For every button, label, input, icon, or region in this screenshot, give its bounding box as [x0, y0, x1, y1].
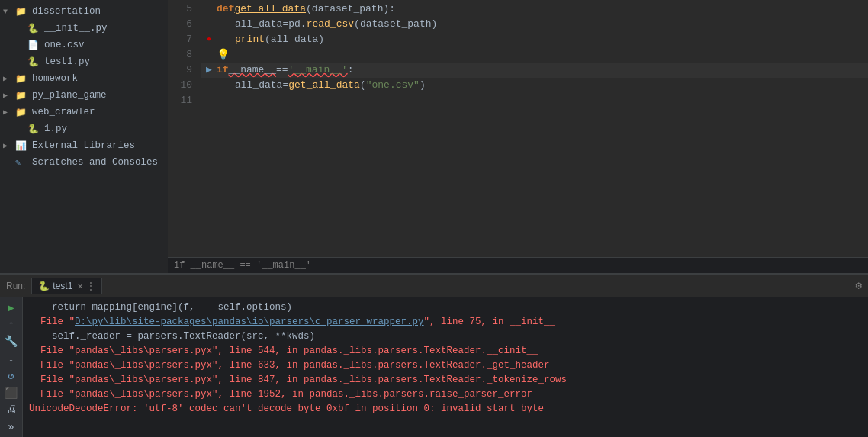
run-down-button[interactable]: ↓	[3, 352, 20, 365]
code-line-8: 💡	[201, 47, 868, 63]
sidebar-item-one-csv[interactable]: 📄 one.csv	[0, 37, 168, 53]
fn-def-name: get_all_data	[234, 2, 306, 17]
no-arrow	[3, 159, 15, 167]
expand-arrow: ▼	[3, 8, 15, 16]
folder-icon: 📁	[15, 6, 29, 18]
paren-open: (	[306, 2, 312, 17]
no-arrow	[15, 125, 27, 133]
sidebar-item-1-py[interactable]: 🐍 1.py	[0, 120, 168, 137]
code-line-5: def get_all_data(dataset_path):	[201, 2, 868, 17]
gutter-7: ●	[201, 32, 217, 47]
no-arrow	[15, 41, 27, 50]
paren-close: )	[420, 78, 426, 93]
scratches-icon: ✎	[15, 157, 29, 169]
folder-icon: 📁	[15, 90, 29, 101]
fn-read-csv: read_csv	[307, 17, 354, 32]
run-stop-button[interactable]: ⬛	[3, 386, 20, 400]
var-alldata-arg: all_data	[271, 32, 318, 47]
var-alldata2: all_data	[235, 78, 282, 93]
run-up-button[interactable]: ↑	[3, 317, 20, 331]
fn-print: print	[235, 32, 265, 47]
settings-gear-icon[interactable]: ⚙	[856, 279, 862, 292]
output-line-6: File "pandas\_libs\parsers.pyx", line 19…	[29, 387, 862, 402]
paren: (	[354, 17, 360, 32]
run-play-button[interactable]: ▶	[3, 300, 20, 314]
sidebar-item-web-crawler[interactable]: ▶ 📁 web_crawler	[0, 104, 168, 120]
gutter-9: ▶	[201, 63, 217, 78]
no-arrow	[15, 58, 27, 66]
run-toolbar: ▶ ↑ 🔧 ↓ ↺ ⬛ 🖨 »	[0, 297, 23, 437]
paren-close: ):	[383, 2, 395, 17]
tab-more-button[interactable]: ⋮	[86, 281, 95, 291]
sidebar-item-dissertation[interactable]: ▼ 📁 dissertation	[0, 3, 168, 20]
sidebar-item-homework[interactable]: ▶ 📁 homework	[0, 70, 168, 87]
sidebar-item-label: one.csv	[44, 40, 85, 50]
library-icon: 📊	[15, 140, 29, 152]
run-output: return mapping[engine](f, self.options) …	[23, 297, 868, 437]
output-text: return mapping[engine](f, self.options)	[52, 302, 292, 313]
code-area: 5 6 7 8 9 10 11 def get_all_data(dataset…	[168, 0, 868, 257]
colon: :	[348, 63, 354, 78]
debug-arrow-icon: ▶	[206, 63, 212, 78]
op-eq2: =	[282, 78, 288, 93]
sidebar-item-py-plane-game[interactable]: ▶ 📁 py_plane_game	[0, 87, 168, 104]
output-line-2: self._reader = parsers.TextReader(src, *…	[29, 329, 862, 344]
keyword-if: if	[217, 63, 229, 78]
code-line-7: ● print(all_data)	[201, 32, 868, 47]
sidebar-item-scratches[interactable]: ✎ Scratches and Consoles	[0, 154, 168, 171]
sidebar-item-external-libraries[interactable]: ▶ 📊 External Libraries	[0, 137, 168, 154]
file-tree: ▼ 📁 dissertation 🐍 __init__.py 📄 one.csv…	[0, 0, 168, 273]
folder-icon: 📁	[15, 73, 29, 85]
var-alldata: all_data	[235, 17, 282, 32]
no-arrow	[15, 24, 27, 33]
folder-icon: 📁	[15, 107, 29, 118]
sidebar-item-label: web_crawler	[32, 107, 95, 117]
op-eq: =	[282, 17, 288, 32]
sidebar-item-label: dissertation	[32, 6, 101, 17]
output-line-5: File "pandas\_libs\parsers.pyx", line 84…	[29, 373, 862, 387]
run-tools-button[interactable]: 🔧	[3, 335, 20, 349]
error-file-link[interactable]: D:\py\lib\site-packages\pandas\io\parser…	[75, 317, 424, 327]
expand-arrow: ▶	[3, 91, 15, 100]
sidebar-item-label: 1.py	[44, 124, 67, 134]
paren-open: (	[265, 32, 271, 47]
bulb-icon: 💡	[217, 47, 230, 63]
python-file-icon: 🐍	[27, 56, 41, 68]
python-tab-icon: 🐍	[38, 281, 50, 291]
output-line-4: File "pandas\_libs\parsers.pyx", line 63…	[29, 358, 862, 373]
tooltip-text: if __name__ == '__main__'	[174, 260, 311, 271]
output-line-1: File "D:\py\lib\site-packages\pandas\io\…	[29, 315, 862, 329]
main-area: ▼ 📁 dissertation 🐍 __init__.py 📄 one.csv…	[0, 0, 868, 273]
paren-open: (	[360, 78, 366, 93]
keyword-def: def	[217, 2, 234, 17]
csv-file-icon: 📄	[27, 40, 41, 51]
sidebar-item-label: External Libraries	[32, 140, 135, 151]
code-lines[interactable]: def get_all_data(dataset_path): all_data…	[198, 0, 868, 257]
run-rerun-button[interactable]: ↺	[3, 369, 20, 383]
run-output-area: ▶ ↑ 🔧 ↓ ↺ ⬛ 🖨 » return mapping[engine](f…	[0, 297, 868, 437]
run-print-button[interactable]: 🖨	[3, 403, 20, 416]
param-dataset-path: dataset_path	[360, 17, 432, 32]
python-file-icon: 🐍	[27, 124, 41, 135]
run-header: Run: 🐍 test1 ✕ ⋮ ⚙	[0, 275, 868, 297]
code-editor: 5 6 7 8 9 10 11 def get_all_data(dataset…	[168, 0, 868, 273]
run-tab-test1[interactable]: 🐍 test1 ✕ ⋮	[31, 278, 102, 294]
output-line-3: File "pandas\_libs\parsers.pyx", line 54…	[29, 344, 862, 358]
op-eqeq: ==	[276, 63, 288, 78]
paren-close: )	[318, 32, 324, 47]
code-line-6: all_data = pd.read_csv(dataset_path)	[201, 17, 868, 32]
sidebar-item-label: homework	[32, 73, 78, 84]
run-more-button[interactable]: »	[3, 420, 20, 434]
sidebar-item-init-py[interactable]: 🐍 __init__.py	[0, 20, 168, 37]
sidebar-item-label: Scratches and Consoles	[32, 157, 158, 168]
tab-close-button[interactable]: ✕	[77, 282, 83, 291]
paren-close: )	[432, 17, 438, 32]
run-label: Run:	[6, 281, 25, 291]
python-file-icon: 🐍	[27, 23, 41, 34]
breakpoint-dot: ●	[207, 32, 211, 47]
line-numbers: 5 6 7 8 9 10 11	[168, 0, 198, 257]
sidebar-item-test1-py[interactable]: 🐍 test1.py	[0, 53, 168, 70]
string-main: '__main__'	[288, 63, 348, 78]
code-line-9: ▶ if __name__ == '__main__':	[201, 63, 868, 78]
expand-arrow: ▶	[3, 141, 15, 150]
